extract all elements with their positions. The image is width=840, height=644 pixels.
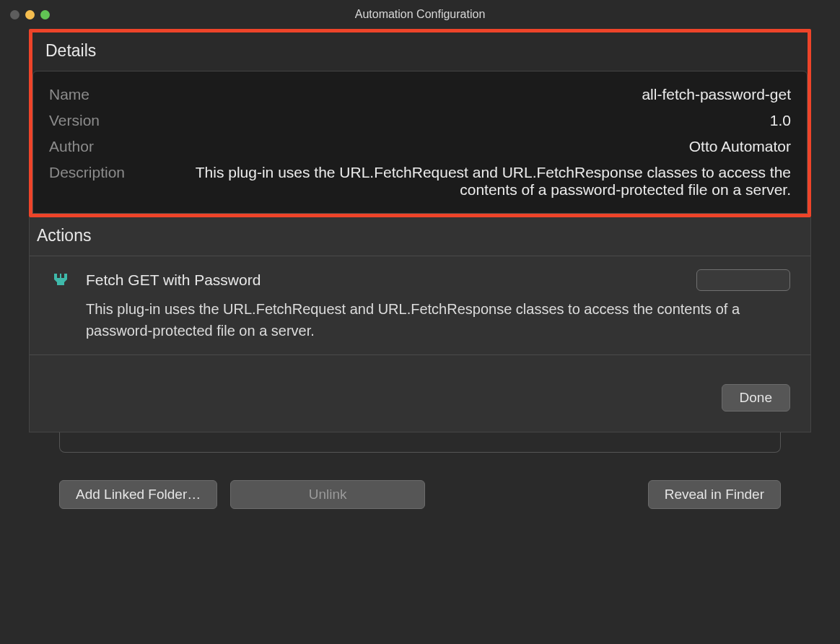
action-item: Fetch GET with Password This plug-in use… xyxy=(30,256,810,355)
underlying-panel-edge xyxy=(59,432,781,453)
titlebar: Automation Configuration xyxy=(0,0,840,29)
window: Automation Configuration Details Name al… xyxy=(0,0,840,644)
done-row: Done xyxy=(30,355,810,432)
action-description: This plug-in uses the URL.FetchRequest a… xyxy=(86,298,790,341)
details-header: Details xyxy=(32,32,808,71)
bottom-buttons: Add Linked Folder… Unlink Reveal in Find… xyxy=(29,453,811,516)
actions-panel: Actions Fetch GET with Password This plu… xyxy=(29,217,811,432)
window-title: Automation Configuration xyxy=(10,8,830,21)
reveal-in-finder-button[interactable]: Reveal in Finder xyxy=(648,480,781,509)
detail-row-name: Name all-fetch-password-get xyxy=(49,82,791,108)
actions-header: Actions xyxy=(30,217,810,256)
details-highlight: Details Name all-fetch-password-get Vers… xyxy=(29,29,811,217)
detail-label-version: Version xyxy=(49,112,179,129)
detail-value-author: Otto Automator xyxy=(179,138,791,155)
add-linked-folder-button[interactable]: Add Linked Folder… xyxy=(59,480,217,509)
action-button[interactable] xyxy=(696,269,790,291)
minimize-icon[interactable] xyxy=(25,10,35,19)
detail-label-name: Name xyxy=(49,86,179,103)
detail-row-author: Author Otto Automator xyxy=(49,134,791,160)
detail-row-version: Version 1.0 xyxy=(49,108,791,134)
close-icon[interactable] xyxy=(10,10,19,19)
action-title: Fetch GET with Password xyxy=(86,271,261,289)
traffic-lights xyxy=(10,10,50,19)
done-button[interactable]: Done xyxy=(722,384,790,412)
detail-label-description: Description xyxy=(49,164,179,199)
action-body: Fetch GET with Password This plug-in use… xyxy=(86,269,790,341)
details-popover: Details Name all-fetch-password-get Vers… xyxy=(29,29,811,516)
main-container: Details Name all-fetch-password-get Vers… xyxy=(0,29,840,644)
plugin-icon xyxy=(50,269,71,341)
action-title-row: Fetch GET with Password xyxy=(86,269,790,291)
details-panel: Name all-fetch-password-get Version 1.0 … xyxy=(32,71,808,214)
detail-value-description: This plug-in uses the URL.FetchRequest a… xyxy=(179,164,791,199)
detail-row-description: Description This plug-in uses the URL.Fe… xyxy=(49,160,791,203)
detail-label-author: Author xyxy=(49,138,179,155)
zoom-icon[interactable] xyxy=(40,10,50,19)
unlink-button[interactable]: Unlink xyxy=(230,480,425,509)
detail-value-version: 1.0 xyxy=(179,112,791,129)
detail-value-name: all-fetch-password-get xyxy=(179,86,791,103)
